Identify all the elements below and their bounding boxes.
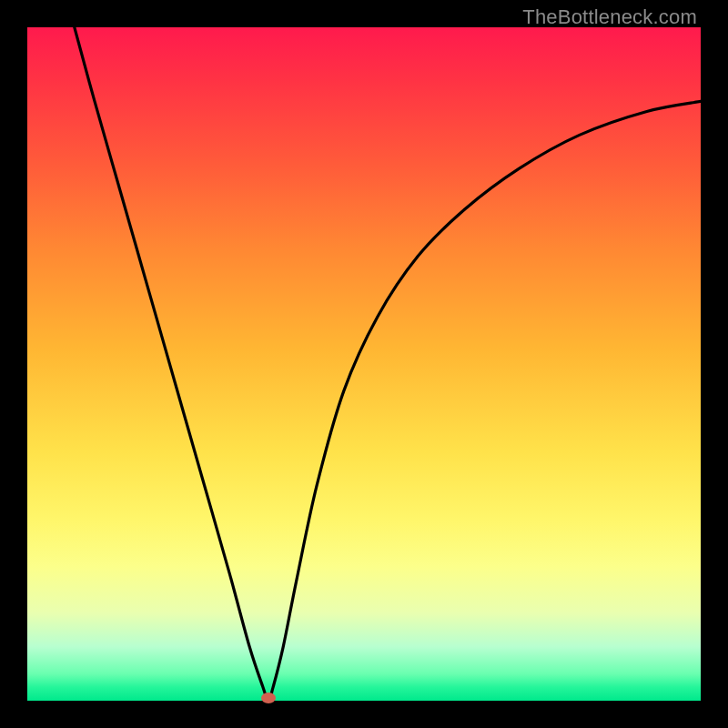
chart-frame: TheBottleneck.com [0, 0, 728, 728]
watermark-text: TheBottleneck.com [522, 5, 697, 29]
curve-path [75, 27, 701, 701]
plot-area [27, 27, 701, 701]
line-chart [27, 27, 701, 701]
minimum-marker-dot [261, 693, 276, 703]
